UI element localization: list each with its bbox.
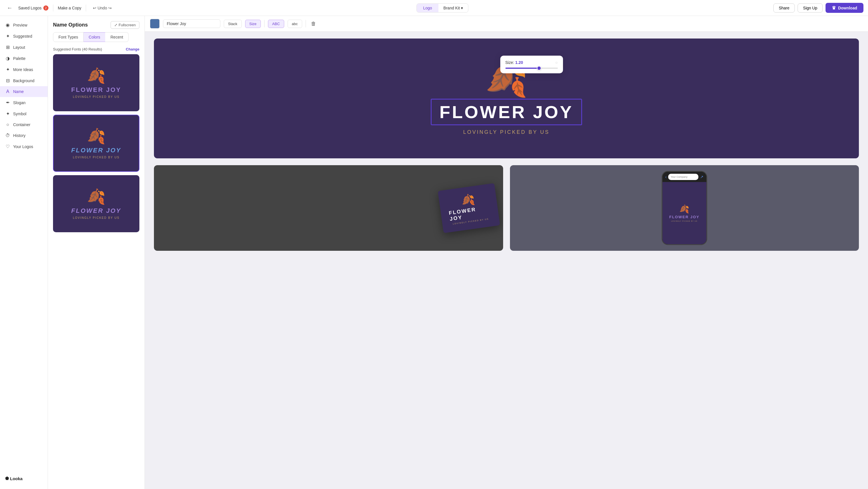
phone-outer: ‹ Your Company ↗ 🍂 FLOWER JOY LOVINGLY P… — [662, 171, 707, 245]
nav-right: Share Sign Up ♛ Download — [773, 3, 863, 13]
logo-card-3[interactable]: 🍂 FLOWER JOY LOVINGLY PICKED BY US — [53, 175, 140, 232]
download-label: Download — [838, 6, 857, 10]
size-button[interactable]: Size — [245, 20, 261, 28]
sidebar-item-layout[interactable]: ⊞ Layout — [0, 42, 48, 53]
main-preview[interactable]: Size: 1.20 ○ 🍂 FLOWER JOY LOVINGLY PICKE… — [154, 38, 859, 159]
more-ideas-icon: ✦ — [5, 67, 10, 72]
size-popup: Size: 1.20 ○ — [500, 56, 563, 73]
card-3-leaf: 🍂 — [87, 188, 105, 205]
undo-button[interactable]: ↩ Undo — [93, 6, 107, 10]
redo-button[interactable]: ↪ — [108, 6, 112, 10]
signup-button[interactable]: Sign Up — [798, 3, 823, 12]
sidebar-item-name[interactable]: A Name — [0, 86, 48, 97]
sidebar-item-label: More Ideas — [13, 67, 33, 72]
back-button[interactable]: ← — [5, 3, 15, 12]
card-2-leaf: 🍂 — [87, 127, 105, 145]
card-3-title: FLOWER JOY — [71, 207, 121, 214]
sidebar-item-label: Slogan — [13, 100, 26, 105]
logo-card-2-inner: 🍂 FLOWER JOY LOVINGLY PICKED BY US — [71, 127, 121, 159]
size-slider-track[interactable] — [505, 67, 558, 69]
logo-card-1[interactable]: 🍂 FLOWER JOY LOVINGLY PICKED BY US — [53, 54, 140, 111]
brand-kit-tab[interactable]: Brand Kit ▾ — [438, 4, 468, 12]
sidebar-item-your-logos[interactable]: ♡ Your Logos — [0, 141, 48, 152]
panel-header: Name Options ⤢ Fullscreen — [48, 16, 145, 32]
card-3-subtitle: LOVINGLY PICKED BY US — [73, 216, 120, 220]
sidebar-item-label: History — [13, 133, 26, 138]
sidebar-item-preview[interactable]: ◉ Preview — [0, 20, 48, 31]
sidebar-item-container[interactable]: ○ Container — [0, 119, 48, 130]
saved-logos-link[interactable]: Saved Logos 2 — [18, 5, 49, 10]
biz-card-inner: 🍂 FLOWER JOY LOVINGLY PICKED BY US — [438, 183, 500, 233]
size-slider-fill — [505, 67, 538, 69]
background-icon: ⊟ — [5, 78, 10, 83]
phone-url-bar: Your Company — [668, 174, 698, 180]
toolbar-sep-1 — [264, 20, 265, 27]
change-button[interactable]: Change — [126, 47, 140, 51]
fullscreen-button[interactable]: ⤢ Fullscreen — [111, 21, 140, 29]
share-button[interactable]: Share — [773, 3, 795, 12]
phone-share-icon: ↗ — [700, 175, 704, 179]
download-button[interactable]: ♛ Download — [826, 3, 863, 13]
sidebar-item-more-ideas[interactable]: ✦ More Ideas — [0, 64, 48, 75]
card-2-title: FLOWER JOY — [71, 147, 121, 154]
main-subtitle: LOVINGLY PICKED BY US — [463, 129, 550, 135]
sidebar-item-label: Preview — [13, 23, 27, 27]
undo-icon: ↩ — [93, 6, 96, 10]
undo-label: Undo — [97, 6, 107, 10]
sidebar-item-suggested[interactable]: ✦ Suggested — [0, 31, 48, 42]
sidebar-item-background[interactable]: ⊟ Background — [0, 75, 48, 86]
brand-kit-label: Brand Kit — [443, 6, 460, 10]
business-card-mockup: 🍂 FLOWER JOY LOVINGLY PICKED BY US — [154, 165, 503, 251]
your-logos-icon: ♡ — [5, 144, 10, 149]
looka-logo: ⬟ Looka — [5, 476, 23, 481]
nav-center: Logo Brand Kit ▾ — [115, 3, 770, 12]
delete-icon: 🗑 — [311, 21, 316, 27]
delete-button[interactable]: 🗑 — [309, 20, 318, 28]
looka-logo-icon: ⬟ — [5, 476, 9, 481]
size-slider-thumb[interactable] — [537, 66, 541, 70]
redo-icon: ↪ — [108, 6, 112, 10]
stack-button[interactable]: Stack — [224, 20, 242, 28]
sidebar-item-label: Layout — [13, 45, 25, 50]
card-1-leaf: 🍂 — [87, 67, 105, 84]
sidebar-item-label: Name — [13, 89, 24, 94]
saved-logos-label: Saved Logos — [18, 6, 42, 10]
layout-icon: ⊞ — [5, 45, 10, 50]
chevron-down-icon: ▾ — [461, 6, 463, 10]
sidebar-item-symbol[interactable]: ✦ Symbol — [0, 108, 48, 119]
abc-button[interactable]: ABC — [268, 20, 284, 28]
color-swatch[interactable] — [150, 19, 160, 29]
lowercase-button[interactable]: abc — [288, 20, 302, 28]
logo-card-1-inner: 🍂 FLOWER JOY LOVINGLY PICKED BY US — [71, 67, 121, 98]
phone-mockup-card: ‹ Your Company ↗ 🍂 FLOWER JOY LOVINGLY P… — [510, 165, 859, 251]
canvas-toolbar: Stack Size ABC abc 🗑 — [145, 16, 868, 32]
tab-font-types[interactable]: Font Types — [53, 32, 84, 42]
logo-card-2[interactable]: 🍂 FLOWER JOY LOVINGLY PICKED BY US — [53, 115, 140, 172]
tab-colors[interactable]: Colors — [84, 32, 105, 42]
canvas-scroll[interactable]: Size: 1.20 ○ 🍂 FLOWER JOY LOVINGLY PICKE… — [145, 32, 868, 489]
slogan-icon: ✒ — [5, 100, 10, 105]
sidebar-item-slogan[interactable]: ✒ Slogan — [0, 97, 48, 108]
sidebar-item-label: Background — [13, 79, 34, 83]
logo-cards-list: 🍂 FLOWER JOY LOVINGLY PICKED BY US 🍂 FLO… — [48, 54, 145, 232]
toolbar-sep-2 — [306, 20, 306, 27]
looka-logo-text: Looka — [10, 476, 23, 481]
sidebar-item-palette[interactable]: ◑ Palette — [0, 53, 48, 64]
size-value: 1.20 — [516, 60, 523, 65]
tab-recent[interactable]: Recent — [105, 32, 128, 42]
left-sidebar: ◉ Preview ✦ Suggested ⊞ Layout ◑ Palette… — [0, 16, 48, 489]
logo-tab[interactable]: Logo — [417, 4, 438, 12]
sidebar-item-label: Suggested — [13, 34, 32, 38]
phone-title: FLOWER JOY — [669, 215, 700, 219]
suggested-fonts-bar: Suggested Fonts (40 Results) Change — [48, 46, 145, 54]
size-reset-icon[interactable]: ○ — [555, 60, 558, 65]
logo-name-input[interactable] — [163, 20, 220, 28]
phone-mockup-container: ‹ Your Company ↗ 🍂 FLOWER JOY LOVINGLY P… — [510, 165, 859, 251]
name-options-panel: Name Options ⤢ Fullscreen Font Types Col… — [48, 16, 145, 489]
logo-card-3-inner: 🍂 FLOWER JOY LOVINGLY PICKED BY US — [71, 188, 121, 220]
size-popup-label: Size: 1.20 ○ — [505, 60, 558, 65]
sidebar-item-label: Palette — [13, 56, 26, 61]
sidebar-item-history[interactable]: ⏱ History — [0, 130, 48, 141]
make-copy-button[interactable]: Make a Copy — [58, 6, 81, 10]
container-icon: ○ — [5, 122, 10, 127]
